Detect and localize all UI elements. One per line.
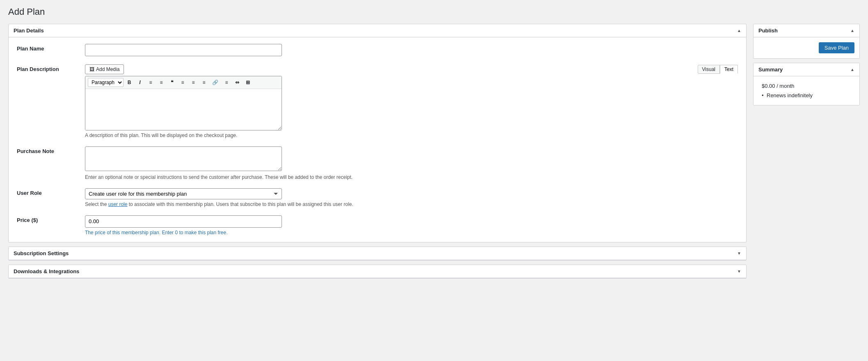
price-input[interactable] — [85, 215, 282, 228]
visual-tab[interactable]: Visual — [698, 65, 720, 74]
user-role-help: Select the user role to associate with t… — [85, 201, 738, 207]
price-wrap: The price of this membership plan. Enter… — [85, 215, 738, 235]
paragraph-select[interactable]: Paragraph — [88, 78, 124, 87]
user-role-help-text-prefix: Select the — [85, 201, 108, 207]
plan-details-title: Plan Details — [14, 27, 44, 34]
visual-text-tabs: Visual Text — [698, 65, 738, 74]
user-role-row: User Role Create user role for this memb… — [17, 188, 738, 207]
user-role-help-text-suffix: to associate with this membership plan. … — [127, 201, 353, 207]
purchase-note-label: Purchase Note — [17, 146, 78, 154]
publish-chevron: ▲ — [850, 28, 854, 33]
media-icon: 🖼 — [89, 66, 94, 72]
align-right-button[interactable]: ≡ — [199, 78, 209, 87]
plan-details-header[interactable]: Plan Details ▲ — [9, 24, 746, 37]
insert-more-button[interactable]: ≡ — [222, 78, 231, 87]
publish-body: Save Plan — [753, 37, 859, 58]
user-role-label: User Role — [17, 188, 78, 196]
plan-description-label: Plan Description — [17, 64, 78, 72]
purchase-note-input[interactable] — [85, 146, 282, 171]
link-button[interactable]: 🔗 — [210, 78, 221, 87]
subscription-settings-panel: Subscription Settings ▼ — [8, 247, 747, 260]
subscription-settings-header[interactable]: Subscription Settings ▼ — [9, 247, 746, 260]
summary-price: $0.00 / month — [762, 83, 851, 89]
text-tab[interactable]: Text — [720, 65, 738, 74]
plan-name-input[interactable] — [85, 44, 282, 56]
add-media-button[interactable]: 🖼 Add Media — [85, 64, 124, 74]
bold-button[interactable]: B — [124, 78, 134, 87]
plan-name-wrap — [85, 44, 738, 56]
align-center-button[interactable]: ≡ — [188, 78, 198, 87]
fullscreen-button[interactable]: ⇔ — [232, 78, 242, 87]
downloads-integrations-header[interactable]: Downloads & Integrations ▼ — [9, 265, 746, 278]
summary-body: $0.00 / month Renews indefinitely — [753, 76, 859, 105]
purchase-note-wrap: Enter an optional note or special instru… — [85, 146, 738, 180]
summary-title: Summary — [758, 66, 783, 73]
summary-header[interactable]: Summary ▲ — [753, 63, 859, 76]
user-role-wrap: Create user role for this membership pla… — [85, 188, 738, 207]
publish-title: Publish — [758, 27, 778, 34]
page-title: Add Plan — [8, 7, 860, 17]
toolbar-toggle-button[interactable]: ⊞ — [243, 78, 253, 87]
editor-toolbar-top: 🖼 Add Media Visual Text — [85, 64, 738, 74]
plan-description-help: A description of this plan. This will be… — [85, 133, 738, 138]
plan-description-row: Plan Description 🖼 Add Media Visual Text — [17, 64, 738, 138]
save-plan-button[interactable]: Save Plan — [819, 42, 854, 53]
downloads-integrations-title: Downloads & Integrations — [14, 268, 79, 274]
plan-description-wrap: 🖼 Add Media Visual Text — [85, 64, 738, 138]
purchase-note-row: Purchase Note Enter an optional note or … — [17, 146, 738, 180]
plan-details-body: Plan Name Plan Description 🖼 Ad — [9, 37, 746, 242]
editor-wrap: Paragraph B I ≡ ≡ ❝ ≡ ≡ ≡ — [85, 76, 282, 130]
user-role-link[interactable]: user role — [108, 201, 128, 207]
subscription-settings-chevron: ▼ — [737, 251, 741, 256]
price-help: The price of this membership plan. Enter… — [85, 230, 738, 235]
subscription-settings-title: Subscription Settings — [14, 250, 69, 256]
downloads-integrations-panel: Downloads & Integrations ▼ — [8, 265, 747, 279]
add-media-label: Add Media — [96, 66, 119, 72]
summary-chevron: ▲ — [850, 67, 854, 72]
plan-name-label: Plan Name — [17, 44, 78, 52]
blockquote-button[interactable]: ❝ — [167, 78, 177, 87]
description-editor[interactable] — [85, 89, 282, 130]
align-left-button[interactable]: ≡ — [178, 78, 188, 87]
plan-details-panel: Plan Details ▲ Plan Name Plan Descriptio… — [8, 24, 747, 242]
plan-name-row: Plan Name — [17, 44, 738, 56]
user-role-select[interactable]: Create user role for this membership pla… — [85, 188, 282, 199]
ordered-list-button[interactable]: ≡ — [156, 78, 166, 87]
unordered-list-button[interactable]: ≡ — [146, 78, 156, 87]
summary-list-item-0: Renews indefinitely — [762, 92, 851, 98]
downloads-integrations-chevron: ▼ — [737, 269, 741, 274]
publish-header[interactable]: Publish ▲ — [753, 24, 859, 37]
summary-panel: Summary ▲ $0.00 / month Renews indefinit… — [753, 63, 860, 105]
editor-toolbar: Paragraph B I ≡ ≡ ❝ ≡ ≡ ≡ — [85, 76, 282, 89]
price-row: Price ($) The price of this membership p… — [17, 215, 738, 235]
italic-button[interactable]: I — [135, 78, 145, 87]
publish-panel: Publish ▲ Save Plan — [753, 24, 860, 59]
summary-list: Renews indefinitely — [762, 92, 851, 98]
plan-details-chevron: ▲ — [737, 28, 741, 33]
purchase-note-help: Enter an optional note or special instru… — [85, 174, 738, 180]
price-label: Price ($) — [17, 215, 78, 223]
